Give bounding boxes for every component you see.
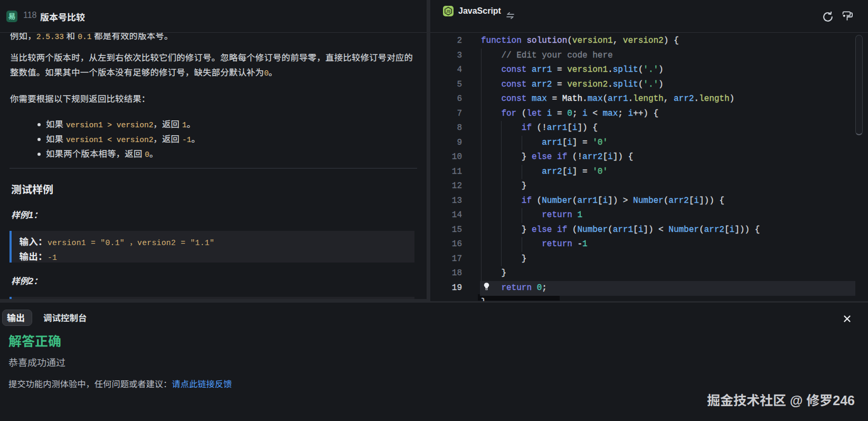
- svg-text:JS: JS: [446, 10, 451, 13]
